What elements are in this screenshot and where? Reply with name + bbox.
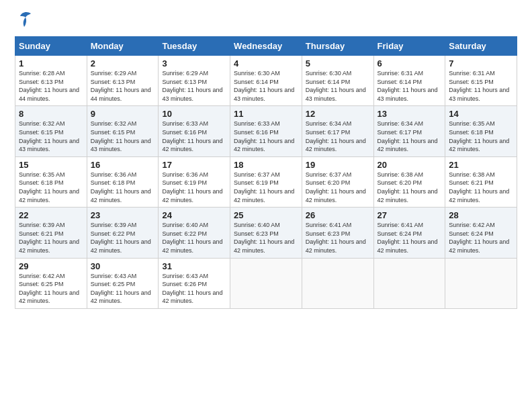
calendar-cell: [445, 258, 517, 308]
day-info: Sunrise: 6:39 AMSunset: 6:22 PMDaylight:…: [91, 222, 151, 254]
day-info: Sunrise: 6:34 AMSunset: 6:17 PMDaylight:…: [378, 120, 438, 152]
page: SundayMondayTuesdayWednesdayThursdayFrid…: [0, 0, 532, 411]
day-number: 7: [449, 58, 513, 68]
day-number: 2: [91, 58, 155, 68]
day-number: 12: [306, 109, 370, 119]
day-number: 20: [378, 160, 442, 170]
day-number: 6: [378, 58, 442, 68]
day-info: Sunrise: 6:38 AMSunset: 6:20 PMDaylight:…: [378, 171, 438, 203]
calendar-cell: 24Sunrise: 6:40 AMSunset: 6:22 PMDayligh…: [159, 208, 230, 258]
calendar-cell: 18Sunrise: 6:37 AMSunset: 6:19 PMDayligh…: [230, 156, 302, 207]
day-number: 26: [306, 210, 370, 220]
calendar-cell: 26Sunrise: 6:41 AMSunset: 6:23 PMDayligh…: [302, 208, 373, 258]
day-info: Sunrise: 6:34 AMSunset: 6:17 PMDaylight:…: [306, 120, 366, 152]
day-number: 31: [162, 261, 226, 271]
header: [15, 12, 517, 30]
day-number: 14: [449, 109, 513, 119]
day-info: Sunrise: 6:31 AMSunset: 6:14 PMDaylight:…: [378, 70, 438, 102]
col-header-thursday: Thursday: [302, 37, 373, 56]
calendar-cell: [302, 258, 373, 308]
col-header-saturday: Saturday: [445, 37, 517, 56]
calendar-table: SundayMondayTuesdayWednesdayThursdayFrid…: [15, 36, 517, 309]
day-info: Sunrise: 6:32 AMSunset: 6:15 PMDaylight:…: [19, 120, 79, 152]
day-info: Sunrise: 6:33 AMSunset: 6:16 PMDaylight:…: [234, 120, 294, 152]
calendar-cell: 30Sunrise: 6:43 AMSunset: 6:25 PMDayligh…: [87, 258, 159, 308]
day-info: Sunrise: 6:30 AMSunset: 6:14 PMDaylight:…: [306, 70, 366, 102]
day-info: Sunrise: 6:35 AMSunset: 6:18 PMDaylight:…: [449, 120, 509, 152]
day-number: 13: [378, 109, 442, 119]
calendar-cell: 2Sunrise: 6:29 AMSunset: 6:13 PMDaylight…: [87, 56, 159, 106]
calendar-cell: 28Sunrise: 6:42 AMSunset: 6:24 PMDayligh…: [445, 208, 517, 258]
day-number: 17: [162, 160, 226, 170]
calendar-cell: 21Sunrise: 6:38 AMSunset: 6:21 PMDayligh…: [445, 156, 517, 207]
day-info: Sunrise: 6:42 AMSunset: 6:25 PMDaylight:…: [19, 273, 79, 305]
logo: [15, 12, 32, 30]
day-number: 29: [19, 261, 83, 271]
calendar-cell: 15Sunrise: 6:35 AMSunset: 6:18 PMDayligh…: [15, 156, 87, 207]
day-info: Sunrise: 6:36 AMSunset: 6:19 PMDaylight:…: [162, 171, 222, 203]
calendar-cell: [230, 258, 302, 308]
calendar-cell: 31Sunrise: 6:43 AMSunset: 6:26 PMDayligh…: [159, 258, 230, 308]
calendar-cell: 23Sunrise: 6:39 AMSunset: 6:22 PMDayligh…: [87, 208, 159, 258]
day-info: Sunrise: 6:43 AMSunset: 6:26 PMDaylight:…: [162, 273, 222, 305]
day-number: 5: [306, 58, 370, 68]
day-number: 21: [449, 160, 513, 170]
calendar-cell: 16Sunrise: 6:36 AMSunset: 6:18 PMDayligh…: [87, 156, 159, 207]
day-info: Sunrise: 6:35 AMSunset: 6:18 PMDaylight:…: [19, 171, 79, 203]
day-number: 3: [162, 58, 226, 68]
day-info: Sunrise: 6:29 AMSunset: 6:13 PMDaylight:…: [91, 70, 151, 102]
calendar-cell: 22Sunrise: 6:39 AMSunset: 6:21 PMDayligh…: [15, 208, 87, 258]
calendar-cell: 25Sunrise: 6:40 AMSunset: 6:23 PMDayligh…: [230, 208, 302, 258]
day-number: 1: [19, 58, 83, 68]
day-info: Sunrise: 6:32 AMSunset: 6:15 PMDaylight:…: [91, 120, 151, 152]
calendar-cell: 3Sunrise: 6:29 AMSunset: 6:13 PMDaylight…: [159, 56, 230, 106]
day-info: Sunrise: 6:29 AMSunset: 6:13 PMDaylight:…: [162, 70, 222, 102]
calendar-cell: 14Sunrise: 6:35 AMSunset: 6:18 PMDayligh…: [445, 106, 517, 156]
day-info: Sunrise: 6:37 AMSunset: 6:20 PMDaylight:…: [306, 171, 366, 203]
logo-bird-icon: [17, 9, 32, 30]
calendar-cell: 29Sunrise: 6:42 AMSunset: 6:25 PMDayligh…: [15, 258, 87, 308]
day-info: Sunrise: 6:37 AMSunset: 6:19 PMDaylight:…: [234, 171, 294, 203]
calendar-cell: 7Sunrise: 6:31 AMSunset: 6:15 PMDaylight…: [445, 56, 517, 106]
calendar-cell: 27Sunrise: 6:41 AMSunset: 6:24 PMDayligh…: [373, 208, 445, 258]
calendar-cell: 1Sunrise: 6:28 AMSunset: 6:13 PMDaylight…: [15, 56, 87, 106]
day-info: Sunrise: 6:39 AMSunset: 6:21 PMDaylight:…: [19, 222, 79, 254]
calendar-cell: [373, 258, 445, 308]
day-number: 16: [91, 160, 155, 170]
day-info: Sunrise: 6:42 AMSunset: 6:24 PMDaylight:…: [449, 222, 509, 254]
day-number: 4: [234, 58, 298, 68]
day-info: Sunrise: 6:30 AMSunset: 6:14 PMDaylight:…: [234, 70, 294, 102]
day-info: Sunrise: 6:33 AMSunset: 6:16 PMDaylight:…: [162, 120, 222, 152]
col-header-wednesday: Wednesday: [230, 37, 302, 56]
col-header-friday: Friday: [373, 37, 445, 56]
calendar-cell: 8Sunrise: 6:32 AMSunset: 6:15 PMDaylight…: [15, 106, 87, 156]
day-number: 10: [162, 109, 226, 119]
calendar-cell: 5Sunrise: 6:30 AMSunset: 6:14 PMDaylight…: [302, 56, 373, 106]
day-info: Sunrise: 6:38 AMSunset: 6:21 PMDaylight:…: [449, 171, 509, 203]
calendar-cell: 13Sunrise: 6:34 AMSunset: 6:17 PMDayligh…: [373, 106, 445, 156]
day-number: 19: [306, 160, 370, 170]
calendar-cell: 10Sunrise: 6:33 AMSunset: 6:16 PMDayligh…: [159, 106, 230, 156]
day-info: Sunrise: 6:28 AMSunset: 6:13 PMDaylight:…: [19, 70, 79, 102]
day-number: 28: [449, 210, 513, 220]
col-header-monday: Monday: [87, 37, 159, 56]
calendar-cell: 20Sunrise: 6:38 AMSunset: 6:20 PMDayligh…: [373, 156, 445, 207]
day-info: Sunrise: 6:36 AMSunset: 6:18 PMDaylight:…: [91, 171, 151, 203]
calendar-cell: 11Sunrise: 6:33 AMSunset: 6:16 PMDayligh…: [230, 106, 302, 156]
day-info: Sunrise: 6:41 AMSunset: 6:23 PMDaylight:…: [306, 222, 366, 254]
day-number: 11: [234, 109, 298, 119]
day-number: 24: [162, 210, 226, 220]
day-info: Sunrise: 6:41 AMSunset: 6:24 PMDaylight:…: [378, 222, 438, 254]
calendar-cell: 12Sunrise: 6:34 AMSunset: 6:17 PMDayligh…: [302, 106, 373, 156]
col-header-sunday: Sunday: [15, 37, 87, 56]
calendar-cell: 19Sunrise: 6:37 AMSunset: 6:20 PMDayligh…: [302, 156, 373, 207]
calendar-cell: 9Sunrise: 6:32 AMSunset: 6:15 PMDaylight…: [87, 106, 159, 156]
day-number: 23: [91, 210, 155, 220]
day-info: Sunrise: 6:40 AMSunset: 6:23 PMDaylight:…: [234, 222, 294, 254]
day-number: 15: [19, 160, 83, 170]
day-info: Sunrise: 6:43 AMSunset: 6:25 PMDaylight:…: [91, 273, 151, 305]
calendar-cell: 6Sunrise: 6:31 AMSunset: 6:14 PMDaylight…: [373, 56, 445, 106]
day-info: Sunrise: 6:40 AMSunset: 6:22 PMDaylight:…: [162, 222, 222, 254]
day-number: 30: [91, 261, 155, 271]
day-number: 22: [19, 210, 83, 220]
